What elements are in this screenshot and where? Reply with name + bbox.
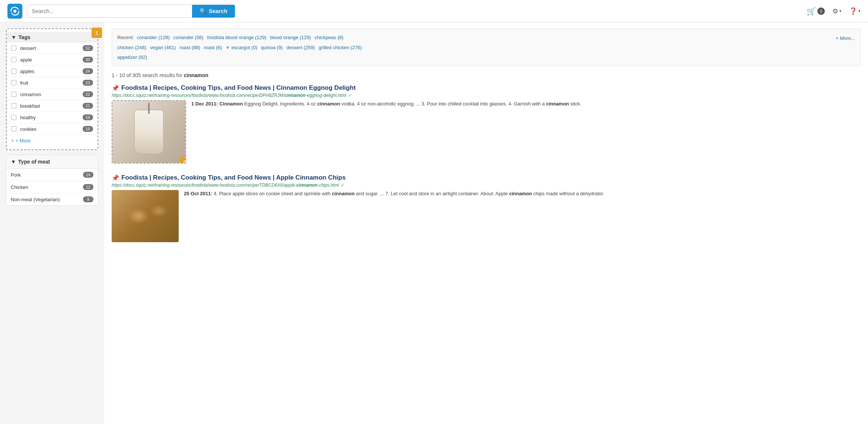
checkbox-cinnamon[interactable] [11,92,16,97]
result-text-2: 25 Oct 2011: 4. Place apple slices on co… [184,190,604,242]
result-url-text-2: https://docs.squiz.net/training-resource… [112,183,339,188]
result-item-1: 📌 Foodista | Recipes, Cooking Tips, and … [112,84,861,164]
search-button[interactable]: 🔍 Search [192,5,235,18]
meat-label: Type of meat [18,159,50,165]
cart-count: 0 [817,7,825,15]
filter-item-dessert[interactable]: dessert 52 [7,42,98,54]
settings-button[interactable]: ⚙ ▾ [832,7,842,15]
result-title-1[interactable]: 📌 Foodista | Recipes, Cooking Tips, and … [112,84,861,92]
filter-item-breakfast[interactable]: breakfast 21 [7,100,98,112]
filter-item-healthy[interactable]: healthy 18 [7,112,98,123]
search-button-label: Search [209,8,227,14]
expand-icon-1: ✓ [348,93,351,98]
recent-tag-0[interactable]: coriander (128) [137,35,170,40]
tag-count-apple: 30 [83,57,93,63]
result-title-text-1: Foodista | Recipes, Cooking Tips, and Fo… [121,84,356,92]
recent-tag-7[interactable]: roast (88) [179,45,200,50]
annotation-badge-1: 1 [92,28,102,38]
recent-bar: + More... Recent: coriander (128) corian… [112,28,861,66]
filter-icon: ▼ [226,45,230,50]
recent-tag-4[interactable]: chickpeas (8) [315,35,343,40]
checkbox-healthy[interactable] [11,115,16,120]
result-text-1: 1 Dec 2011: Cinnamon Eggnog Delight. Ing… [191,100,581,164]
milkshake-visual [134,110,164,154]
recent-tag-13[interactable]: appetizer (82) [117,54,147,60]
recent-tag-12[interactable]: grilled chicken (276) [319,45,362,50]
cart-button[interactable]: 🛒 0 [807,7,825,16]
header-right: 🛒 0 ⚙ ▾ ❓ ▾ [807,7,861,16]
results-keyword: cinnamon [184,72,208,78]
chevron-down-icon-meat: ▼ [11,159,16,165]
result-image-1: 2 [112,100,186,164]
search-input[interactable]: cinnamon [27,5,192,18]
result-title-2[interactable]: 📌 Foodista | Recipes, Cooking Tips, and … [112,174,861,181]
search-icon: 🔍 [200,8,207,15]
checkbox-fruit[interactable] [11,80,16,85]
meat-section-header: ▼ Type of meat [6,155,98,169]
checkbox-apple[interactable] [11,57,16,62]
tag-count-healthy: 18 [83,114,93,120]
apple-chips-visual [112,190,179,242]
meat-count-nonmeat: 9 [83,196,93,202]
recent-tag-3[interactable]: blood orange (129) [270,35,311,40]
tag-label-apples: apples [20,69,83,74]
plus-icon: + [11,138,14,143]
recent-tag-6[interactable]: vegan (461) [150,45,176,50]
sidebar: ▼ Tags 1 dessert 52 apple 30 apples 24 [0,22,104,424]
tag-label-cookies: cookies [20,126,83,132]
recent-tag-1[interactable]: coriander (58) [173,35,204,40]
checkbox-dessert[interactable] [11,45,16,51]
result-date-1: 1 Dec 2011: [191,101,218,107]
help-chevron: ▾ [858,9,861,13]
filter-item-fruit[interactable]: fruit 23 [7,77,98,89]
result-image-2 [112,190,179,242]
result-url-2[interactable]: https://docs.squiz.net/training-resource… [112,183,861,188]
recent-tag-9[interactable]: escargot (0) [232,45,257,50]
results-summary: 1 - 10 of 305 search results for cinnamo… [112,72,861,78]
meat-label-chicken: Chicken [11,184,83,190]
milkshake-image [112,101,185,163]
tag-count-cookies: 16 [83,126,93,132]
meat-count-chicken: 12 [83,184,93,190]
tag-label-healthy: healthy [20,115,83,120]
tag-label-breakfast: breakfast [20,103,83,109]
tag-label-apple: apple [20,57,83,63]
checkbox-breakfast[interactable] [11,103,16,108]
svg-point-0 [13,9,17,13]
help-button[interactable]: ❓ ▾ [849,7,861,15]
tag-count-breakfast: 21 [83,103,93,109]
more-tags-button[interactable]: + More... [836,34,855,43]
meat-item-chicken[interactable]: Chicken 12 [6,181,98,193]
result-date-2: 25 Oct 2011: [184,191,213,196]
help-icon: ❓ [849,7,857,15]
logo[interactable] [7,4,22,19]
recent-tag-10[interactable]: quinoa (9) [261,45,283,50]
filter-item-apples[interactable]: apples 24 [7,66,98,77]
tag-count-cinnamon: 22 [83,91,93,97]
tags-section-header: ▼ Tags 1 [7,32,98,42]
recent-tag-8[interactable]: roast (6) [204,45,222,50]
result-body-1: 2 1 Dec 2011: Cinnamon Eggnog Delight. I… [112,100,861,164]
chevron-down-icon: ▼ [11,34,16,40]
checkbox-apples[interactable] [11,69,16,74]
filter-item-apple[interactable]: apple 30 [7,54,98,66]
result-body-2: 25 Oct 2011: 4. Place apple slices on co… [112,190,861,242]
main-layout: ▼ Tags 1 dessert 52 apple 30 apples 24 [0,22,868,424]
recent-label: Recent: [117,35,134,40]
checkbox-cookies[interactable] [11,126,16,132]
recent-tag-5[interactable]: chicken (248) [117,45,146,50]
filter-item-cookies[interactable]: cookies 16 [7,123,98,135]
filter-item-cinnamon[interactable]: cinnamon 22 [7,89,98,100]
tags-more-link[interactable]: + + More [7,135,98,146]
meat-filter-section: ▼ Type of meat Pork 14 Chicken 12 Non-me… [6,155,98,206]
meat-count-pork: 14 [83,172,93,178]
meat-label-pork: Pork [11,172,83,178]
result-url-1[interactable]: https://docs.squiz.net/training-resource… [112,93,861,98]
recent-tag-11[interactable]: dessert (259) [287,45,315,50]
pin-icon-1: 📌 [112,85,119,92]
settings-chevron: ▾ [839,9,842,13]
annotation-badge-2: 2 [179,157,186,164]
meat-item-nonmeat[interactable]: Non-meat (Vegetarian) 9 [6,193,98,205]
recent-tag-2[interactable]: foodista blood orange (129) [207,35,267,40]
meat-item-pork[interactable]: Pork 14 [6,169,98,181]
